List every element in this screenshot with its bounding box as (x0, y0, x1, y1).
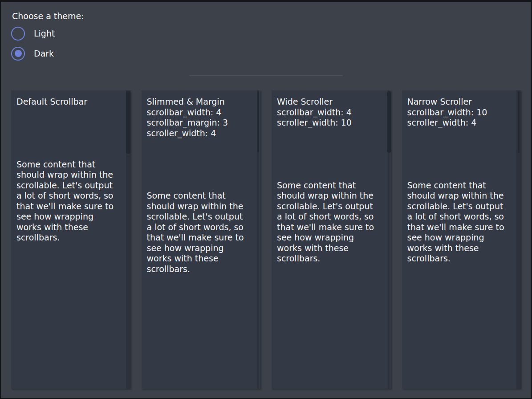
panel-param: scrollbar_width: 4 (277, 107, 386, 118)
panel-title: Narrow Scroller (407, 97, 516, 107)
scrollbar-thumb[interactable] (518, 91, 520, 153)
panel-title: Slimmed & Margin (147, 97, 256, 107)
panel-slimmed-margin: Slimmed & Margin scrollbar_width: 4 scro… (142, 90, 261, 389)
scrollbar-thumb[interactable] (257, 91, 259, 152)
scrollbar-thumb[interactable] (387, 91, 391, 153)
scroll-area-narrow[interactable]: Narrow Scroller scrollbar_width: 10 scro… (402, 90, 521, 389)
section-divider (189, 75, 343, 76)
radio-option-light[interactable]: Light (11, 26, 55, 41)
scroll-area-slimmed[interactable]: Slimmed & Margin scrollbar_width: 4 scro… (142, 90, 261, 389)
radio-dot-dark (15, 50, 22, 57)
radio-icon-light[interactable] (11, 27, 25, 41)
radio-icon-dark[interactable] (11, 47, 25, 61)
scroll-area-default[interactable]: Default Scrollbar Some content that shou… (11, 90, 130, 389)
panel-body-text: Some content that should wrap within the… (277, 180, 379, 264)
radio-label-dark: Dark (34, 49, 54, 58)
panel-body-text: Some content that should wrap within the… (147, 191, 249, 274)
panel-param: scrollbar_width: 4 (147, 107, 256, 118)
scrollbar-thumb[interactable] (126, 91, 130, 154)
panel-param: scroller_width: 4 (147, 128, 256, 139)
radio-dot-light (15, 30, 22, 37)
panel-narrow-scroller: Narrow Scroller scrollbar_width: 10 scro… (402, 90, 521, 389)
panel-param: scrollbar_width: 10 (407, 107, 516, 118)
radio-label-light: Light (34, 28, 55, 38)
panel-param: scrollbar_margin: 3 (147, 118, 256, 128)
panel-title: Wide Scroller (277, 97, 386, 107)
panel-default-scrollbar: Default Scrollbar Some content that shou… (11, 90, 130, 389)
scrollbar-demo-row: Default Scrollbar Some content that shou… (11, 90, 521, 389)
panel-title: Default Scrollbar (16, 97, 125, 107)
scroll-area-wide[interactable]: Wide Scroller scrollbar_width: 4 scrolle… (272, 90, 391, 389)
app-window: Choose a theme: Light Dark Default Scrol… (0, 0, 532, 399)
panel-wide-scroller: Wide Scroller scrollbar_width: 4 scrolle… (272, 90, 391, 389)
theme-chooser-label: Choose a theme: (12, 11, 84, 21)
panel-body-text: Some content that should wrap within the… (407, 180, 510, 264)
panel-body-text: Some content that should wrap within the… (16, 159, 119, 243)
panel-param: scroller_width: 10 (277, 118, 386, 128)
radio-option-dark[interactable]: Dark (11, 46, 54, 61)
panel-param: scroller_width: 4 (407, 118, 516, 128)
